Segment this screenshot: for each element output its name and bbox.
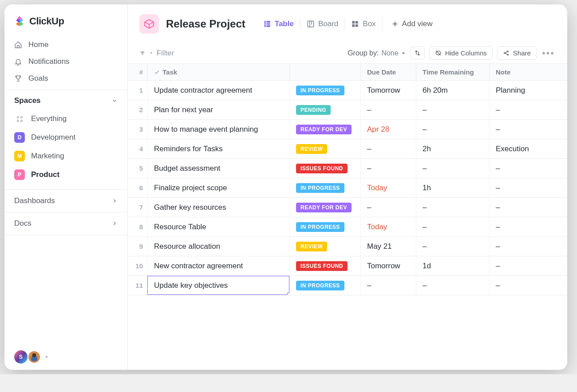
note-cell[interactable]: – bbox=[489, 198, 567, 217]
time-remaining-cell[interactable]: – bbox=[416, 217, 489, 236]
task-name-cell[interactable]: Update key objectives bbox=[147, 276, 289, 295]
filter-button[interactable]: Filter bbox=[139, 49, 174, 57]
nav-notifications[interactable]: Notifications bbox=[10, 53, 122, 70]
task-name-cell[interactable]: Update contractor agreement bbox=[147, 81, 289, 100]
table-row[interactable]: 2Plan for next yearPENDING––– bbox=[128, 100, 567, 120]
due-date-cell[interactable]: – bbox=[360, 100, 416, 119]
time-remaining-cell[interactable]: 1h bbox=[416, 178, 489, 197]
space-development[interactable]: D Development bbox=[4, 128, 127, 147]
share-button[interactable]: Share bbox=[497, 46, 537, 60]
due-date-cell[interactable]: Tomorrow bbox=[360, 81, 416, 100]
task-name-cell[interactable]: Finalize project scope bbox=[147, 178, 289, 197]
table-row[interactable]: 8Resource TableIN PROGRESSToday–– bbox=[128, 217, 567, 237]
space-product[interactable]: P Product bbox=[4, 165, 127, 184]
col-num[interactable]: # bbox=[128, 64, 147, 80]
clickup-logo-icon bbox=[14, 15, 25, 27]
space-marketing[interactable]: M Marketing bbox=[4, 147, 127, 165]
table-row[interactable]: 6Finalize project scopeIN PROGRESSToday1… bbox=[128, 178, 567, 198]
status-cell[interactable]: ISSUES FOUND bbox=[289, 256, 360, 275]
time-remaining-cell[interactable]: – bbox=[416, 198, 489, 217]
due-date-cell[interactable]: – bbox=[360, 276, 416, 295]
status-cell[interactable]: READY FOR DEV bbox=[289, 120, 360, 139]
col-task[interactable]: Task bbox=[147, 64, 289, 80]
status-cell[interactable]: READY FOR DEV bbox=[289, 198, 360, 217]
note-cell[interactable]: Planning bbox=[489, 81, 567, 100]
table-row[interactable]: 9Resource allocationREVIEWMay 21–– bbox=[128, 237, 567, 256]
note-cell[interactable]: – bbox=[489, 159, 567, 178]
col-status[interactable] bbox=[289, 64, 360, 80]
tab-box[interactable]: Box bbox=[344, 18, 382, 30]
note-cell[interactable]: – bbox=[489, 276, 567, 295]
logo[interactable]: ClickUp bbox=[4, 4, 127, 34]
task-name-cell[interactable]: Reminders for Tasks bbox=[147, 139, 289, 158]
table-row[interactable]: 1Update contractor agreementIN PROGRESST… bbox=[128, 81, 567, 100]
note-cell[interactable]: – bbox=[489, 100, 567, 119]
task-name-cell[interactable]: Plan for next year bbox=[147, 100, 289, 119]
table-row[interactable]: 7Gather key resourcesREADY FOR DEV––– bbox=[128, 198, 567, 217]
note-cell[interactable]: Execution bbox=[489, 139, 567, 158]
spaces-header[interactable]: Spaces bbox=[4, 90, 127, 110]
note-cell[interactable]: – bbox=[489, 237, 567, 256]
time-remaining-cell[interactable]: 2h bbox=[416, 139, 489, 158]
tab-table[interactable]: Table bbox=[257, 18, 300, 30]
table-row[interactable]: 4Reminders for TasksREVIEW–2hExecution bbox=[128, 139, 567, 159]
table-row[interactable]: 11Update key objectivesIN PROGRESS––– bbox=[128, 276, 567, 295]
table-row[interactable]: 5Budget assessmentISSUES FOUND––– bbox=[128, 159, 567, 178]
note-cell[interactable]: – bbox=[489, 120, 567, 139]
time-remaining-cell[interactable]: – bbox=[416, 120, 489, 139]
due-date-cell[interactable]: Today bbox=[360, 217, 416, 236]
status-cell[interactable]: IN PROGRESS bbox=[289, 178, 360, 197]
status-cell[interactable]: ISSUES FOUND bbox=[289, 159, 360, 178]
user-switcher[interactable]: S bbox=[4, 344, 127, 370]
hide-columns-button[interactable]: Hide Columns bbox=[429, 46, 493, 60]
task-name-cell[interactable]: Gather key resources bbox=[147, 198, 289, 217]
nav-docs[interactable]: Docs bbox=[4, 212, 127, 235]
col-time[interactable]: Time Remaining bbox=[416, 64, 489, 80]
time-remaining-cell[interactable]: – bbox=[416, 276, 489, 295]
due-date-cell[interactable]: – bbox=[360, 159, 416, 178]
due-date-cell[interactable]: Today bbox=[360, 178, 416, 197]
status-cell[interactable]: IN PROGRESS bbox=[289, 217, 360, 236]
time-remaining-cell[interactable]: – bbox=[416, 237, 489, 256]
note-cell[interactable]: – bbox=[489, 217, 567, 236]
due-date-cell[interactable]: – bbox=[360, 198, 416, 217]
note-cell[interactable]: – bbox=[489, 256, 567, 275]
task-name-cell[interactable]: How to manage event planning bbox=[147, 120, 289, 139]
nav-goals[interactable]: Goals bbox=[10, 70, 122, 87]
note-cell[interactable]: – bbox=[489, 178, 567, 197]
time-remaining-cell[interactable]: 1d bbox=[416, 256, 489, 275]
nav-dashboards[interactable]: Dashboards bbox=[4, 189, 127, 212]
table-header: # Task Due Date Time Remaining Note bbox=[128, 64, 567, 81]
group-by-selector[interactable]: Group by: None bbox=[348, 49, 406, 57]
status-cell[interactable]: IN PROGRESS bbox=[289, 276, 360, 295]
due-date-cell[interactable]: Apr 28 bbox=[360, 120, 416, 139]
add-view-button[interactable]: Add view bbox=[391, 20, 433, 28]
board-icon bbox=[307, 20, 315, 28]
more-menu-button[interactable]: ••• bbox=[541, 47, 556, 59]
col-due[interactable]: Due Date bbox=[360, 64, 416, 80]
project-icon[interactable] bbox=[139, 14, 159, 34]
status-cell[interactable]: REVIEW bbox=[289, 139, 360, 158]
tab-board[interactable]: Board bbox=[300, 18, 344, 30]
table-row[interactable]: 10New contractor agreementISSUES FOUNDTo… bbox=[128, 256, 567, 276]
status-cell[interactable]: REVIEW bbox=[289, 237, 360, 256]
task-name-cell[interactable]: Budget assessment bbox=[147, 159, 289, 178]
group-by-label: Group by: bbox=[348, 49, 379, 57]
table-row[interactable]: 3How to manage event planningREADY FOR D… bbox=[128, 120, 567, 139]
task-name-cell[interactable]: New contractor agreement bbox=[147, 256, 289, 275]
status-cell[interactable]: PENDING bbox=[289, 100, 360, 119]
task-name-cell[interactable]: Resource allocation bbox=[147, 237, 289, 256]
due-date-cell[interactable]: – bbox=[360, 139, 416, 158]
due-date-cell[interactable]: May 21 bbox=[360, 237, 416, 256]
due-date-cell[interactable]: Tomorrow bbox=[360, 256, 416, 275]
sort-button[interactable] bbox=[410, 47, 425, 59]
col-task-label: Task bbox=[162, 68, 177, 76]
time-remaining-cell[interactable]: 6h 20m bbox=[416, 81, 489, 100]
nav-home[interactable]: Home bbox=[10, 36, 122, 53]
col-note[interactable]: Note bbox=[489, 64, 567, 80]
time-remaining-cell[interactable]: – bbox=[416, 159, 489, 178]
status-cell[interactable]: IN PROGRESS bbox=[289, 81, 360, 100]
time-remaining-cell[interactable]: – bbox=[416, 100, 489, 119]
task-name-cell[interactable]: Resource Table bbox=[147, 217, 289, 236]
space-everything[interactable]: Everything bbox=[4, 110, 127, 128]
